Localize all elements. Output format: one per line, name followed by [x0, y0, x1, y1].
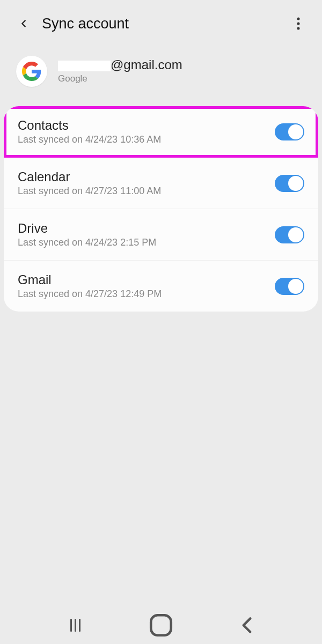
sync-item-text: Calendar Last synced on 4/27/23 11:00 AM [18, 169, 275, 197]
back-button[interactable] [13, 13, 34, 34]
sync-item-status: Last synced on 4/27/23 12:49 PM [18, 288, 275, 300]
sync-item-drive[interactable]: Drive Last synced on 4/24/23 2:15 PM [4, 209, 318, 261]
sync-item-status: Last synced on 4/24/23 10:36 AM [18, 134, 275, 145]
sync-item-status: Last synced on 4/24/23 2:15 PM [18, 237, 275, 248]
account-info-row: @gmail.com Google [0, 42, 322, 98]
svg-point-2 [297, 27, 300, 30]
sync-item-contacts[interactable]: Contacts Last synced on 4/24/23 10:36 AM [4, 106, 318, 158]
email-suffix: @gmail.com [111, 57, 182, 72]
nav-back-icon [233, 612, 260, 639]
sync-item-text: Gmail Last synced on 4/27/23 12:49 PM [18, 272, 275, 300]
sync-item-text: Contacts Last synced on 4/24/23 10:36 AM [18, 118, 275, 145]
sync-item-name: Gmail [18, 272, 275, 287]
sync-list: Contacts Last synced on 4/24/23 10:36 AM… [4, 106, 318, 312]
nav-back-button[interactable] [233, 612, 260, 639]
toggle-gmail[interactable] [275, 278, 304, 295]
email-redacted [58, 61, 111, 71]
sync-item-gmail[interactable]: Gmail Last synced on 4/27/23 12:49 PM [4, 261, 318, 312]
sync-item-text: Drive Last synced on 4/24/23 2:15 PM [18, 221, 275, 248]
recent-apps-button[interactable] [62, 612, 89, 639]
home-icon [148, 612, 174, 639]
app-header: Sync account [0, 0, 322, 42]
sync-item-name: Drive [18, 221, 275, 236]
navigation-bar [0, 606, 322, 644]
toggle-calendar[interactable] [275, 175, 304, 192]
home-button[interactable] [148, 612, 174, 639]
sync-item-name: Calendar [18, 169, 275, 184]
back-icon [18, 18, 30, 29]
sync-item-name: Contacts [18, 118, 275, 133]
sync-item-calendar[interactable]: Calendar Last synced on 4/27/23 11:00 AM [4, 158, 318, 209]
svg-rect-3 [151, 615, 171, 635]
more-options-button[interactable] [288, 13, 309, 34]
account-provider: Google [58, 73, 182, 84]
sync-item-status: Last synced on 4/27/23 11:00 AM [18, 186, 275, 197]
svg-point-0 [297, 18, 300, 20]
recent-apps-icon [70, 619, 80, 632]
page-title: Sync account [42, 16, 129, 32]
svg-point-1 [297, 23, 300, 25]
google-icon [16, 56, 47, 87]
toggle-drive[interactable] [275, 226, 304, 243]
account-text: @gmail.com Google [58, 57, 182, 84]
toggle-contacts[interactable] [275, 123, 304, 140]
more-vertical-icon [297, 17, 300, 30]
account-email: @gmail.com [58, 57, 182, 72]
